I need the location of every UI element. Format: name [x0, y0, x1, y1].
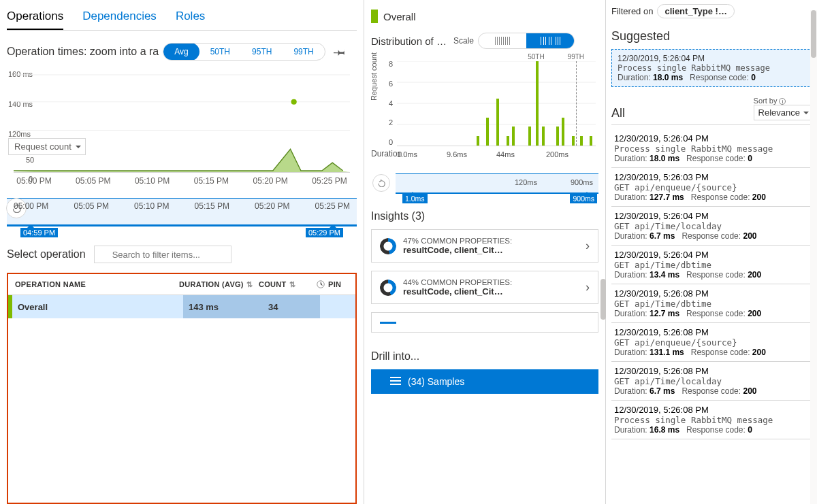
brush-start-tag[interactable]: 04:59 PM: [20, 228, 58, 237]
dx-2: 44ms: [496, 150, 546, 158]
row-pin[interactable]: [320, 295, 355, 318]
hist-bar: [590, 136, 592, 146]
item-operation: GET api/Time/localday: [614, 221, 810, 231]
item-timestamp: 12/30/2019, 5:26:04 PM: [614, 133, 810, 144]
pill-95th[interactable]: 95TH: [241, 43, 283, 61]
code-label: Response code:: [686, 425, 748, 435]
dx-1: 9.6ms: [447, 150, 496, 158]
search-input[interactable]: [94, 246, 231, 263]
item-duration: 13.4 ms: [650, 270, 679, 280]
item-operation: Process single RabbitMQ message: [614, 144, 810, 154]
item-duration: 6.7 ms: [650, 231, 675, 241]
row-count: 34: [263, 295, 320, 318]
pill-50th[interactable]: 50TH: [199, 43, 241, 61]
dur-label: Duration:: [614, 425, 650, 435]
info-icon[interactable]: i: [779, 98, 786, 105]
code-label: Response code:: [682, 231, 743, 241]
list-item[interactable]: 12/30/2019, 5:26:04 PM GET api/Time/dbti…: [611, 246, 813, 284]
pill-avg[interactable]: Avg: [163, 43, 199, 61]
item-timestamp: 12/30/2019, 5:26:03 PM: [614, 172, 810, 182]
dx-3: 200ms: [546, 150, 596, 158]
overall-label: Overall: [383, 11, 416, 22]
insight-card-3[interactable]: [371, 312, 598, 333]
sugg-timestamp: 12/30/2019, 5:26:04 PM: [618, 54, 807, 63]
xt-4: 05:20 PM: [250, 176, 291, 186]
samples-button[interactable]: (34) Samples: [371, 369, 598, 394]
operation-table: OPERATION NAME DURATION (AVG)⇅ COUNT⇅ PI…: [7, 273, 357, 504]
distribution-chart[interactable]: Request count 8 6 4 2 0 50TH 99TH Durati…: [371, 54, 598, 173]
code-label: Response code:: [691, 192, 752, 202]
col-count[interactable]: COUNT⇅: [259, 280, 316, 289]
dist-brush-back-button[interactable]: [372, 174, 390, 192]
insights-header: Insights (3): [371, 210, 598, 222]
tab-roles[interactable]: Roles: [176, 7, 205, 30]
sugg-operation: Process single RabbitMQ message: [618, 63, 807, 73]
table-row[interactable]: Overall 143 ms 34: [8, 295, 355, 318]
main-tabs: Operations Dependencies Roles: [7, 4, 357, 31]
pill-99th[interactable]: 99TH: [283, 43, 324, 61]
time-brush[interactable]: 05:00 PM 05:05 PM 05:10 PM 05:15 PM 05:2…: [7, 198, 357, 226]
clock-icon: [316, 280, 325, 289]
overall-header: Overall: [371, 10, 598, 23]
p99-marker: 99TH: [568, 53, 584, 61]
list-item[interactable]: 12/30/2019, 5:26:04 PM Process single Ra…: [611, 129, 813, 168]
col-pin[interactable]: PIN: [316, 280, 351, 289]
sugg-dur: 18.0 ms: [653, 73, 683, 82]
list-item[interactable]: 12/30/2019, 5:26:08 PM GET api/enqueue/{…: [611, 323, 813, 362]
item-code: 0: [748, 154, 752, 163]
sort-by-label: Sort by: [754, 97, 778, 105]
item-timestamp: 12/30/2019, 5:26:08 PM: [614, 327, 810, 337]
right-scrollbar[interactable]: [810, 10, 817, 504]
dy-4: 4: [383, 99, 393, 107]
scale-linear[interactable]: [479, 33, 526, 48]
insight-card-1[interactable]: 47% COMMON PROPERTIES: resultCode, clien…: [371, 229, 598, 263]
dist-brush-start-tag[interactable]: 1.0ms: [402, 194, 428, 203]
brush-end-tag[interactable]: 05:29 PM: [306, 228, 343, 237]
list-item[interactable]: 12/30/2019, 5:26:08 PM Process single Ra…: [611, 401, 813, 439]
pin-icon[interactable]: [334, 46, 346, 58]
code-label: Response code:: [686, 309, 748, 318]
insight-card-2[interactable]: 44% COMMON PROPERTIES: resultCode, clien…: [371, 271, 598, 304]
item-timestamp: 12/30/2019, 5:26:04 PM: [614, 211, 810, 221]
list-item[interactable]: 12/30/2019, 5:26:04 PM GET api/Time/loca…: [611, 207, 813, 246]
list-item[interactable]: 12/30/2019, 5:26:08 PM GET api/Time/dbti…: [611, 284, 813, 323]
dist-brush-end-tag[interactable]: 900ms: [570, 194, 597, 203]
operation-times-chart[interactable]: 160 ms 140 ms 120ms Request count 50 0 0…: [7, 67, 357, 197]
code-label: Response code:: [686, 270, 748, 280]
hist-bar: [562, 118, 564, 146]
item-code: 200: [748, 270, 761, 280]
insight1-top: 47% COMMON PROPERTIES:: [403, 237, 579, 245]
tab-operations[interactable]: Operations: [7, 7, 63, 30]
filter-chip[interactable]: client_Type !…: [657, 4, 735, 18]
hist-bar: [486, 118, 489, 146]
item-duration: 16.8 ms: [650, 425, 679, 435]
suggested-header: Suggested: [611, 29, 813, 44]
line-icon: [380, 322, 396, 324]
suggested-card[interactable]: 12/30/2019, 5:26:04 PM Process single Ra…: [611, 49, 813, 87]
hist-bar: [507, 136, 509, 146]
tab-dependencies[interactable]: Dependencies: [82, 7, 157, 30]
list-item[interactable]: 12/30/2019, 5:26:08 PM GET api/Time/loca…: [611, 362, 813, 401]
distribution-brush[interactable]: 120ms 900ms 1.0ms 900ms: [396, 173, 598, 194]
bx-3: 05:15 PM: [195, 201, 229, 211]
bx-1: 05:05 PM: [74, 201, 109, 211]
item-duration: 6.7 ms: [650, 386, 675, 396]
hist-bar: [496, 99, 499, 146]
scale-log[interactable]: [526, 33, 574, 48]
dy-2: 2: [383, 118, 393, 127]
col-operation-name[interactable]: OPERATION NAME: [12, 280, 179, 288]
scrollbar-thumb[interactable]: [600, 279, 606, 320]
sort-dropdown[interactable]: Relevance: [754, 105, 813, 120]
row-name: Overall: [12, 295, 183, 318]
all-list: 12/30/2019, 5:26:04 PM Process single Ra…: [611, 129, 813, 439]
dur-label: Duration:: [614, 309, 650, 318]
item-code: 200: [748, 309, 761, 318]
dy-8: 8: [383, 60, 393, 68]
list-item[interactable]: 12/30/2019, 5:26:03 PM GET api/enqueue/{…: [611, 168, 813, 207]
dist-brush-lab-mid: 120ms: [515, 178, 537, 186]
col-duration[interactable]: DURATION (AVG)⇅: [179, 280, 259, 289]
insight1-bot: resultCode, client_Cit…: [403, 245, 579, 255]
hist-bar: [572, 136, 575, 146]
item-timestamp: 12/30/2019, 5:26:04 PM: [614, 250, 810, 260]
list-icon: [390, 377, 401, 386]
